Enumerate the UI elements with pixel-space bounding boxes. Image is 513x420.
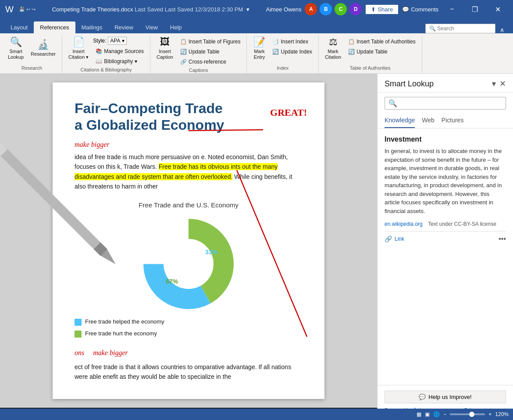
ribbon-collapse-button[interactable]: ∧ <box>495 26 509 33</box>
authorities-group-label: Table of Authorities <box>322 64 418 72</box>
zoom-level[interactable]: 120% <box>495 411 509 417</box>
update-table-authorities-button[interactable]: 🔄 Update Table <box>346 47 418 57</box>
tab-knowledge[interactable]: Knowledge <box>385 114 415 128</box>
insert-citation-button[interactable]: 📄 InsertCitation ▾ <box>66 36 91 61</box>
tab-layout[interactable]: Layout <box>4 21 34 33</box>
saved-label-text: Last Saved <box>165 6 195 13</box>
research-group-label: Research <box>5 64 58 72</box>
zoom-in-button[interactable]: + <box>488 411 492 417</box>
insert-citation-icon: 📄 <box>73 37 85 47</box>
ribbon-group-research: 🔍 SmartLookup 🔬 Researcher Research <box>2 35 62 73</box>
index-buttons: 📝 MarkEntry 📑 Insert Index 🔄 Update Inde… <box>250 36 314 64</box>
legend-color-blue <box>75 319 82 326</box>
close-button[interactable]: ✕ <box>488 3 508 16</box>
zoom-out-button[interactable]: − <box>443 411 446 417</box>
view-web-icon[interactable]: 🌐 <box>433 411 440 417</box>
comments-button[interactable]: 💬 Comments <box>402 6 438 13</box>
update-authorities-icon: 🔄 <box>348 49 355 55</box>
body-section-2: ons make bigger ect of free trade is tha… <box>75 347 303 381</box>
style-dropdown[interactable]: APA ▾ <box>108 37 127 45</box>
status-right: ▦ ▣ 🌐 − + 120% <box>417 411 509 417</box>
tab-review[interactable]: Review <box>108 21 139 33</box>
tab-help[interactable]: Help <box>164 21 188 33</box>
chevron-up-icon: ∧ <box>500 26 504 33</box>
view-reading-icon[interactable]: ▣ <box>425 411 430 417</box>
insert-index-icon: 📑 <box>272 39 279 45</box>
smart-lookup-panel: Smart Lookup ▾ ✕ 🔍 Knowledge Web Picture… <box>377 74 513 419</box>
svg-text:67%: 67% <box>166 278 178 285</box>
smart-lookup-content: Investment In general, to invest is to a… <box>378 128 513 385</box>
tab-web[interactable]: Web <box>422 114 435 128</box>
link-more-icon[interactable]: ••• <box>499 235 506 243</box>
insert-table-of-figures-button[interactable]: 📋 Insert Table of Figures <box>178 37 243 46</box>
mark-citation-icon: ⚖ <box>329 37 338 47</box>
smart-lookup-search-input[interactable] <box>400 100 502 107</box>
avatar-3: C <box>335 3 347 15</box>
help-improve-button[interactable]: 💬 Help us Improve! <box>385 391 506 403</box>
filename-label: Competing Trade Theories.docx <box>52 6 133 13</box>
svg-text:33%: 33% <box>205 249 218 256</box>
researcher-button[interactable]: 🔬 Researcher <box>28 36 58 61</box>
smart-lookup-search: 🔍 <box>385 97 506 110</box>
saved-label: Last Saved <box>135 6 163 13</box>
citations-buttons: 📄 InsertCitation ▾ Style: APA ▾ 📚 Manage… <box>66 36 146 66</box>
title-bar: W 💾 ↩ ↪ Competing Trade Theories.docx La… <box>0 0 513 18</box>
insert-authorities-icon: 📋 <box>348 39 355 45</box>
restore-button[interactable]: ❐ <box>465 3 485 16</box>
user-name: Aimee Owens <box>266 6 302 13</box>
insert-caption-button[interactable]: 🖼 InsertCaption <box>154 36 176 61</box>
authorities-col: 📋 Insert Table of Authorities 🔄 Update T… <box>346 36 418 57</box>
view-normal-icon[interactable]: ▦ <box>417 411 421 417</box>
ribbon: 🔍 SmartLookup 🔬 Researcher Research 📄 In… <box>0 33 513 74</box>
update-index-button[interactable]: 🔄 Update Index <box>270 47 314 57</box>
share-button[interactable]: ⬆ Share <box>365 4 399 14</box>
smart-lookup-button[interactable]: 🔍 SmartLookup <box>5 36 26 61</box>
donut-svg: 33% 67% <box>140 216 237 312</box>
smart-lookup-title: Smart Lookup <box>385 79 434 89</box>
dropdown-arrow-icon[interactable]: ▾ <box>246 6 249 13</box>
smart-lookup-tabs: Knowledge Web Pictures <box>378 114 513 128</box>
cross-reference-button[interactable]: 🔗 Cross-reference <box>178 57 243 67</box>
search-input[interactable] <box>425 24 495 33</box>
smart-lookup-dropdown-icon[interactable]: ▾ <box>492 79 496 89</box>
legend-item-2: Free trade hurt the economy <box>75 329 303 338</box>
dropdown-icon: ▾ <box>122 38 125 44</box>
link-label[interactable]: Link <box>395 236 404 242</box>
word-logo-icon: W <box>5 4 14 14</box>
document-page: Fair–Competing Trade a Globalized Econom… <box>53 82 324 399</box>
link-item[interactable]: 🔗 Link ••• <box>385 231 506 246</box>
citations-group-label: Citations & Bibliography <box>66 66 146 74</box>
mark-entry-button[interactable]: 📝 MarkEntry <box>250 36 268 61</box>
tab-mailings[interactable]: Mailings <box>75 21 109 33</box>
authorities-buttons: ⚖ MarkCitation 📋 Insert Table of Authori… <box>322 36 418 64</box>
avatar-4: D <box>349 3 362 15</box>
smart-lookup-controls: ▾ ✕ <box>492 79 506 89</box>
window-controls: − ❐ ✕ <box>442 3 508 16</box>
zoom-thumb <box>469 412 474 417</box>
document-title: Fair–Competing Trade a Globalized Econom… <box>75 100 303 134</box>
research-buttons: 🔍 SmartLookup 🔬 Researcher <box>5 36 58 64</box>
feedback-icon: 💬 <box>419 394 426 400</box>
bibliography-button[interactable]: 📖 Bibliography ▾ <box>93 57 146 66</box>
quick-access-toolbar: 💾 ↩ ↪ <box>19 7 36 12</box>
document-body: idea of free trade is much more persuasi… <box>75 152 303 382</box>
minimize-button[interactable]: − <box>442 3 462 16</box>
tab-references[interactable]: References <box>34 21 75 33</box>
smart-lookup-close-icon[interactable]: ✕ <box>499 79 506 89</box>
wiki-link[interactable]: en.wikipedia.org <box>385 221 423 227</box>
tab-view[interactable]: View <box>139 21 164 33</box>
insert-index-button[interactable]: 📑 Insert Index <box>270 37 314 46</box>
search-icon: 🔍 <box>388 99 397 107</box>
index-group-label: Index <box>250 64 314 72</box>
insert-table-authorities-button[interactable]: 📋 Insert Table of Authorities <box>346 37 418 46</box>
annotation-ons: ons <box>75 349 84 356</box>
ribbon-group-authorities: ⚖ MarkCitation 📋 Insert Table of Authori… <box>319 35 422 73</box>
mark-citation-button[interactable]: ⚖ MarkCitation <box>322 36 344 61</box>
entry-body: In general, to invest is to allocate mon… <box>385 147 506 215</box>
chart-title: Free Trade and the U.S. Economy <box>75 200 303 210</box>
zoom-slider[interactable] <box>450 413 485 415</box>
update-table-captions-button[interactable]: 🔄 Update Table <box>178 47 243 57</box>
manage-sources-button[interactable]: 📚 Manage Sources <box>93 46 146 56</box>
donut-chart: 33% 67% <box>140 216 237 312</box>
tab-pictures[interactable]: Pictures <box>442 114 464 128</box>
